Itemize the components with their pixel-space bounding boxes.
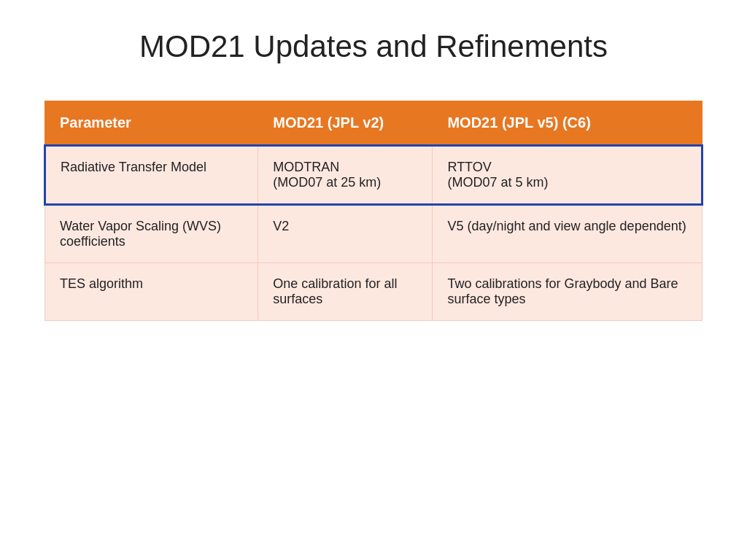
header-mod21v2: MOD21 (JPL v2): [258, 101, 433, 146]
table-cell-1-0: Water Vapor Scaling (WVS) coefficients: [45, 205, 258, 263]
comparison-table: Parameter MOD21 (JPL v2) MOD21 (JPL v5) …: [44, 101, 703, 321]
table-cell-0-2: RTTOV(MOD07 at 5 km): [433, 146, 703, 205]
page-title: MOD21 Updates and Refinements: [44, 29, 703, 64]
table-cell-1-2: V5 (day/night and view angle dependent): [433, 205, 703, 263]
table-cell-0-1: MODTRAN(MOD07 at 25 km): [258, 146, 433, 205]
header-parameter: Parameter: [45, 101, 258, 146]
header-mod21v5: MOD21 (JPL v5) (C6): [433, 101, 703, 146]
table-cell-2-2: Two calibrations for Graybody and Bare s…: [433, 263, 703, 321]
table-row: Radiative Transfer ModelMODTRAN(MOD07 at…: [45, 146, 703, 205]
table-cell-0-0: Radiative Transfer Model: [45, 146, 258, 205]
table-header-row: Parameter MOD21 (JPL v2) MOD21 (JPL v5) …: [45, 101, 703, 146]
table-row: TES algorithmOne calibration for all sur…: [45, 263, 703, 321]
table-cell-1-1: V2: [258, 205, 433, 263]
table-cell-2-1: One calibration for all surfaces: [258, 263, 433, 321]
table-cell-2-0: TES algorithm: [45, 263, 258, 321]
table-row: Water Vapor Scaling (WVS) coefficientsV2…: [45, 205, 703, 263]
